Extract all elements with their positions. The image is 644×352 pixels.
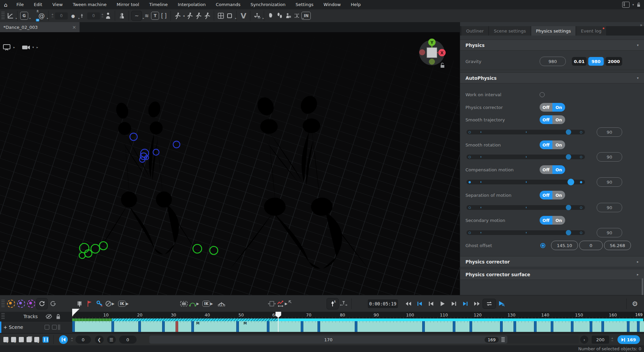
cycle-remove-button[interactable] [48,298,58,309]
timeline-marker-blue[interactable] [355,321,357,332]
timeline-marker-blue[interactable] [551,321,553,332]
home-icon[interactable]: ⌂ [0,2,11,8]
section-header-physics-corrector[interactable]: Physics corrector ▸ [460,256,644,267]
section-header-physics[interactable]: Physics ▾ [460,40,644,51]
end-frame-field[interactable]: 200 [592,336,609,344]
scene-canvas[interactable]: Y X [0,32,460,295]
timeline-marker-blue[interactable] [500,321,503,332]
menu-item-synchronization[interactable]: Synchronization [246,0,291,9]
ghost-mode-button[interactable]: G▸ [20,11,29,20]
timecode-display[interactable]: 0:00:05:19 [368,299,398,308]
compensation-motion-value[interactable]: 90 [597,177,622,187]
slider-knob[interactable] [566,129,571,135]
dropdown-arrow-icon[interactable]: ▸ [196,300,199,307]
interval-segment-green[interactable] [72,318,112,321]
current-frame-badge[interactable]: 169 [617,335,640,344]
visibility-off-icon[interactable] [46,314,52,319]
ghost-offset-radio[interactable] [540,243,545,248]
menu-item-edit[interactable]: Edit [29,0,47,9]
brackets-icon[interactable]: [ ] [159,11,168,20]
retarget-path-icon[interactable]: ▸ [293,11,301,20]
secondary-motion-toggle[interactable]: OffOn [540,216,565,225]
secondary-motion-value[interactable]: 90 [597,228,622,237]
timeline-marker-blue[interactable] [72,321,75,332]
viewport-3d[interactable]: Y X ▸ ▾ ▸ [0,32,460,295]
selection-frame-button[interactable] [179,298,189,309]
gravity-preset-980[interactable]: 980 [588,57,604,66]
dropdown-arrow-icon[interactable]: ▸ [285,300,288,307]
timeline-marker-blue[interactable] [191,321,194,332]
separation-of-motion-value[interactable]: 90 [597,203,622,212]
menu-item-file[interactable]: File [11,0,29,9]
slider-knob[interactable] [566,154,571,160]
stepper-icon[interactable]: +− [101,13,104,18]
menu-item-window[interactable]: Window [318,0,346,9]
menu-item-help[interactable]: Help [346,0,366,9]
gizmo-negative-z[interactable] [429,59,435,65]
chevron-left-icon[interactable]: ◂ [182,11,185,20]
ik-toggle-button[interactable]: IK▸ [202,298,213,309]
track-sizes-button[interactable] [43,337,49,343]
fast-forward-button[interactable] [471,299,483,308]
rewind-button[interactable] [403,299,414,308]
tab-scene-settings[interactable]: Scene settings [489,26,531,36]
character-photo-icon[interactable] [284,11,293,20]
delete-key-button[interactable]: ✕ [95,298,105,309]
previous-frame-button[interactable] [426,299,437,308]
timeline-marker-blue[interactable] [301,321,303,332]
text-tool-button[interactable]: T [151,11,159,20]
smooth-trajectory-value[interactable]: 90 [597,127,622,137]
timeline-marker-blue[interactable] [601,321,604,332]
scrollbar-grip-icon[interactable] [501,337,505,342]
rig-mode-button[interactable]: Riz [29,11,37,20]
smooth-rotation-toggle[interactable]: OffOn [540,140,565,149]
menu-item-interpolation[interactable]: Interpolation [173,0,211,9]
timeline-marker-blue[interactable] [571,321,574,332]
chevron-down-icon[interactable]: ▾ [33,46,34,49]
tracks-drag-handle[interactable] [1,313,5,320]
interpolation-wave-button[interactable]: ∼▸ [131,11,142,21]
gravity-preset-2000[interactable]: 2000 [605,57,622,66]
menu-item-commands[interactable]: Commands [211,0,246,9]
dot-tool-icon[interactable]: ●▸ [69,11,78,20]
section-header-autophysics[interactable]: AutoPhysics ▾ [460,72,644,83]
interval-segment-solid[interactable] [278,318,643,321]
timeline-marker-blue[interactable] [111,321,114,332]
interval-segment-hatch[interactable] [112,318,278,321]
timeline-marker-blue[interactable] [162,321,165,332]
stretch-tool-button[interactable] [267,298,277,309]
range-end-pill[interactable]: 169 [485,337,499,343]
track-checkbox-2[interactable] [52,325,57,330]
section-header-physics-corrector-surface[interactable]: Physics corrector surface ▸ [460,269,644,280]
document-tab[interactable]: *Dance_02_003 × [0,22,80,32]
stepper-icon[interactable]: +− [71,337,73,342]
timeline-marker-blue[interactable] [590,321,592,332]
add-track-group-button[interactable] [3,337,8,342]
smooth-trajectory-slider[interactable] [466,130,585,134]
trajectory-edit-button[interactable]: ▸ [277,298,288,309]
timeline-ruler[interactable]: 0102030405060708090100110120130140150160 [0,312,644,318]
slider-knob[interactable] [566,230,571,235]
list-menu-icon[interactable]: ☰ [107,336,116,344]
chevron-right-icon[interactable]: ▸ [637,273,639,276]
unlock-icon[interactable] [637,2,641,7]
grid-window-icon[interactable] [216,11,225,20]
play-button[interactable] [437,299,448,308]
box-select-button[interactable]: ▸ [225,11,234,20]
offset-value-field[interactable]: 0 [87,12,100,19]
timeline-marker-red[interactable] [176,321,178,332]
dropdown-arrow-icon[interactable]: ▸ [13,46,15,49]
auto-pin-button[interactable]: A [327,298,339,309]
slider-knob[interactable] [566,205,571,210]
next-keyframe-button[interactable] [460,299,471,308]
runner-icon[interactable] [173,11,182,20]
menu-item-mirror-tool[interactable]: Mirror tool [111,0,144,9]
previous-keyframe-button[interactable] [414,299,426,308]
timeline-marker-blue[interactable] [138,321,141,332]
chevron-right-icon[interactable]: ▸ [637,260,639,263]
secondary-motion-slider[interactable] [466,230,585,235]
timeline-marker-blue[interactable] [513,321,516,332]
tab-physics-settings[interactable]: Physics settings [531,26,576,36]
work-on-interval-radio[interactable] [540,92,545,97]
flag-marker-button[interactable] [85,298,95,309]
